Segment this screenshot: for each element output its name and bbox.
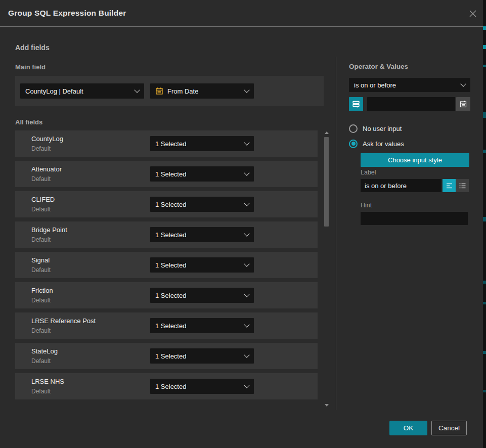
chevron-down-icon bbox=[134, 87, 140, 93]
close-button[interactable] bbox=[466, 7, 479, 20]
scroll-up-arrow-icon[interactable] bbox=[325, 131, 329, 134]
field-values-selected: 1 Selected bbox=[155, 322, 186, 330]
align-left-icon bbox=[446, 182, 453, 190]
chevron-down-icon bbox=[244, 261, 249, 266]
field-values-select[interactable]: 1 Selected bbox=[150, 136, 254, 151]
radio-selected-icon bbox=[349, 140, 358, 148]
field-values-selected: 1 Selected bbox=[155, 292, 186, 299]
field-values-select[interactable]: 1 Selected bbox=[150, 197, 254, 212]
calendar-icon bbox=[459, 100, 467, 108]
field-subtitle: Default bbox=[31, 175, 51, 183]
input-type-button[interactable] bbox=[349, 97, 363, 111]
field-values-select[interactable]: 1 Selected bbox=[150, 348, 254, 364]
main-field-dataset-value: CountyLog | Default bbox=[25, 87, 83, 95]
chevron-down-icon bbox=[244, 352, 249, 357]
scrollbar[interactable] bbox=[324, 129, 329, 409]
field-name: Signal bbox=[31, 256, 50, 264]
field-subtitle: Default bbox=[31, 145, 51, 152]
main-field-band: CountyLog | Default From Date bbox=[15, 76, 324, 106]
date-picker-button[interactable] bbox=[456, 97, 470, 111]
field-name: CLIFED bbox=[31, 196, 55, 203]
field-values-select[interactable]: 1 Selected bbox=[150, 166, 254, 182]
operator-value: is on or before bbox=[354, 81, 396, 89]
all-fields-list: CountyLog Default 1 Selected Attenuator … bbox=[15, 130, 318, 404]
dialog-titlebar: Group SQL Expression Builder bbox=[0, 0, 483, 27]
field-subtitle: Default bbox=[31, 357, 51, 365]
chevron-down-icon bbox=[244, 382, 249, 388]
field-values-selected: 1 Selected bbox=[155, 352, 186, 360]
panel-divider bbox=[336, 57, 336, 410]
field-name: CountyLog bbox=[31, 135, 63, 143]
field-values-select[interactable]: 1 Selected bbox=[150, 257, 254, 273]
field-values-select[interactable]: 1 Selected bbox=[150, 288, 254, 303]
hint-input[interactable] bbox=[361, 212, 468, 225]
radio-no-user-input[interactable]: No user input bbox=[349, 124, 402, 132]
field-values-selected: 1 Selected bbox=[155, 170, 186, 178]
field-row: LRSE Reference Post Default 1 Selected bbox=[15, 312, 318, 339]
dialog-surface: Group SQL Expression Builder Add fields … bbox=[0, 0, 483, 448]
field-values-selected: 1 Selected bbox=[155, 231, 186, 239]
field-row: CountyLog Default 1 Selected bbox=[15, 130, 318, 157]
hint-caption: Hint bbox=[361, 202, 372, 209]
chevron-down-icon bbox=[244, 170, 249, 175]
all-fields-label: All fields bbox=[15, 118, 42, 126]
field-values-select[interactable]: 1 Selected bbox=[150, 318, 254, 333]
close-icon bbox=[468, 9, 477, 18]
choose-input-style-button[interactable]: Choose input style bbox=[361, 153, 469, 167]
chevron-down-icon bbox=[244, 200, 249, 206]
add-fields-heading: Add fields bbox=[15, 43, 50, 52]
field-values-selected: 1 Selected bbox=[155, 261, 186, 269]
group-sql-expression-builder-dialog: Group SQL Expression Builder Add fields … bbox=[0, 0, 486, 448]
ok-button[interactable]: OK bbox=[389, 421, 427, 435]
field-name: LRSE Reference Post bbox=[31, 317, 96, 325]
align-left-style-button[interactable] bbox=[443, 179, 456, 192]
label-caption: Label bbox=[361, 169, 376, 176]
chevron-down-icon bbox=[244, 231, 249, 236]
field-row: Attenuator Default 1 Selected bbox=[15, 161, 318, 187]
field-values-selected: 1 Selected bbox=[155, 140, 186, 148]
field-subtitle: Default bbox=[31, 388, 51, 395]
main-field-label: Main field bbox=[15, 63, 46, 71]
value-input[interactable] bbox=[367, 97, 455, 111]
field-subtitle: Default bbox=[31, 327, 51, 334]
field-name: LRSE NHS bbox=[31, 378, 64, 385]
chevron-down-icon bbox=[244, 322, 249, 327]
scrollbar-thumb[interactable] bbox=[324, 137, 329, 227]
main-field-field-value: From Date bbox=[167, 87, 198, 95]
field-row: LRSE NHS Default 1 Selected bbox=[15, 373, 318, 399]
field-values-select[interactable]: 1 Selected bbox=[150, 379, 254, 394]
field-values-select[interactable]: 1 Selected bbox=[150, 227, 254, 242]
field-row: Bridge Point Default 1 Selected bbox=[15, 221, 318, 248]
radio-ask-for-values[interactable]: Ask for values bbox=[349, 140, 404, 148]
list-style-button[interactable] bbox=[456, 179, 469, 192]
field-values-selected: 1 Selected bbox=[155, 201, 186, 208]
field-name: Friction bbox=[31, 287, 53, 294]
radio-circle-icon bbox=[349, 124, 358, 133]
field-row: CLIFED Default 1 Selected bbox=[15, 191, 318, 217]
calendar-icon bbox=[155, 87, 163, 95]
operator-values-heading: Operator & Values bbox=[349, 63, 408, 70]
radio-no-user-input-label: No user input bbox=[363, 125, 402, 132]
field-subtitle: Default bbox=[31, 266, 51, 274]
field-subtitle: Default bbox=[31, 297, 51, 304]
field-row: Friction Default 1 Selected bbox=[15, 282, 318, 308]
chevron-down-icon bbox=[460, 81, 466, 86]
operator-select[interactable]: is on or before bbox=[349, 78, 470, 92]
cancel-button[interactable]: Cancel bbox=[431, 421, 467, 435]
field-subtitle: Default bbox=[31, 236, 51, 243]
field-row: StateLog Default 1 Selected bbox=[15, 343, 318, 369]
field-name: Attenuator bbox=[31, 165, 62, 173]
bulleted-list-icon bbox=[459, 182, 466, 190]
radio-ask-for-values-label: Ask for values bbox=[363, 140, 404, 148]
chevron-down-icon bbox=[244, 140, 249, 145]
label-input[interactable] bbox=[361, 179, 441, 192]
dialog-title: Group SQL Expression Builder bbox=[8, 0, 126, 26]
scroll-down-arrow-icon[interactable] bbox=[325, 404, 329, 407]
field-subtitle: Default bbox=[31, 206, 51, 213]
chevron-down-icon bbox=[244, 291, 249, 297]
main-field-dataset-select[interactable]: CountyLog | Default bbox=[20, 83, 144, 99]
main-field-field-select[interactable]: From Date bbox=[150, 83, 254, 99]
chevron-down-icon bbox=[244, 87, 249, 93]
field-values-selected: 1 Selected bbox=[155, 383, 186, 390]
field-name: StateLog bbox=[31, 347, 58, 355]
